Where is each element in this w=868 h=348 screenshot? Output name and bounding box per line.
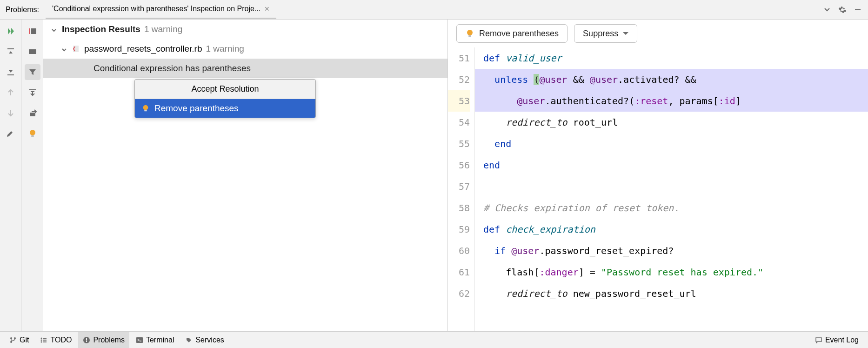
tree-root[interactable]: Inspection Results 1 warning: [43, 20, 447, 39]
close-icon[interactable]: ✕: [264, 5, 270, 13]
terminal-tool-button[interactable]: Terminal: [131, 332, 179, 348]
rerun-button[interactable]: [3, 23, 19, 39]
code-line[interactable]: unless (@user && @user.activated? &&: [475, 69, 868, 90]
next-occurrence-button[interactable]: [3, 105, 19, 121]
group-by-button[interactable]: [25, 23, 40, 39]
branch-icon: [9, 336, 17, 344]
svg-point-13: [467, 30, 473, 35]
chat-icon: [815, 336, 822, 344]
bulb-icon: [465, 29, 474, 38]
file-name: password_resets_controller.rb: [84, 44, 202, 54]
gutter-line: 51: [448, 47, 470, 69]
svg-rect-9: [31, 135, 34, 137]
svg-rect-6: [29, 89, 36, 90]
svg-rect-22: [43, 340, 47, 341]
toolstrip-right: [21, 20, 43, 331]
collapse-all-button[interactable]: [3, 64, 19, 80]
chevron-down-icon: [623, 32, 628, 35]
filter-button[interactable]: [25, 64, 40, 80]
tab-title: 'Conditional expression with parentheses…: [52, 5, 260, 13]
svg-rect-3: [29, 28, 30, 34]
code-line[interactable]: def check_expiration: [475, 219, 868, 240]
svg-rect-12: [144, 110, 147, 112]
problems-tab[interactable]: 'Conditional expression with parentheses…: [46, 0, 276, 19]
svg-rect-14: [468, 35, 471, 37]
code-line[interactable]: [475, 176, 868, 197]
problems-label: Problems: [93, 336, 125, 344]
fix-button[interactable]: Remove parentheses: [456, 24, 568, 43]
toolstrip-left: [0, 20, 21, 331]
code-column[interactable]: def valid_user unless (@user && @user.ac…: [475, 47, 868, 331]
tree-issue[interactable]: Conditional expression has parentheses: [43, 59, 447, 78]
quickfix-popup: Accept Resolution Remove parentheses: [134, 79, 316, 118]
suppress-button[interactable]: Suppress: [574, 24, 637, 43]
svg-rect-26: [86, 341, 87, 342]
todo-tool-button[interactable]: TODO: [35, 332, 76, 348]
popup-item-remove-parentheses[interactable]: Remove parentheses: [135, 99, 315, 118]
chevron-down-icon[interactable]: [61, 45, 68, 53]
services-tool-button[interactable]: Services: [180, 332, 228, 348]
gutter-line: 62: [448, 283, 470, 304]
svg-point-11: [143, 105, 148, 110]
gutter-line: 60: [448, 240, 470, 261]
code-line[interactable]: # Checks expiration of reset token.: [475, 197, 868, 219]
chevron-down-icon[interactable]: [51, 26, 58, 33]
terminal-icon: [136, 336, 143, 344]
svg-rect-23: [43, 341, 47, 342]
view-mode-button[interactable]: [25, 44, 40, 60]
svg-point-8: [30, 130, 35, 135]
settings-button[interactable]: [3, 126, 19, 141]
svg-rect-2: [7, 74, 14, 75]
tree-file[interactable]: password_resets_controller.rb 1 warning: [43, 39, 447, 59]
code-line[interactable]: end: [475, 154, 868, 176]
gutter-line: 57: [448, 176, 470, 197]
gutter-line: 59: [448, 219, 470, 240]
gutter-line: 53: [448, 90, 470, 112]
code-line[interactable]: @user.authenticated?(:reset, params[:id]: [475, 90, 868, 112]
svg-point-17: [14, 337, 16, 339]
minimize-icon[interactable]: [854, 6, 861, 13]
code-editor[interactable]: 515253545556575859606162 def valid_user …: [448, 47, 868, 331]
root-count: 1 warning: [144, 24, 182, 34]
root-title: Inspection Results: [62, 24, 140, 34]
popup-item-label: Remove parentheses: [154, 103, 239, 114]
preview-pane: Remove parentheses Suppress 515253545556…: [448, 20, 868, 331]
code-line[interactable]: if @user.password_reset_expired?: [475, 240, 868, 261]
prev-occurrence-button[interactable]: [3, 85, 19, 100]
svg-rect-21: [43, 338, 47, 339]
chevron-down-icon[interactable]: [823, 6, 831, 13]
intention-bulb-button[interactable]: [25, 126, 40, 141]
fix-label: Remove parentheses: [479, 29, 559, 39]
autoscroll-button[interactable]: [25, 85, 40, 100]
content-area: Inspection Results 1 warning password_re…: [0, 20, 868, 331]
svg-rect-4: [31, 28, 36, 34]
gutter: 515253545556575859606162: [448, 47, 475, 331]
gear-icon[interactable]: [838, 6, 847, 14]
warning-icon: [83, 336, 90, 344]
code-line[interactable]: flash[:danger] = "Password reset has exp…: [475, 261, 868, 283]
export-button[interactable]: [25, 105, 40, 121]
event-log-button[interactable]: Event Log: [810, 332, 863, 348]
expand-all-button[interactable]: [3, 44, 19, 60]
side-toolbars: [0, 20, 43, 331]
svg-rect-0: [855, 9, 861, 10]
file-count: 1 warning: [206, 44, 244, 54]
svg-point-18: [41, 337, 42, 339]
code-line[interactable]: def valid_user: [475, 47, 868, 69]
gutter-line: 61: [448, 261, 470, 283]
svg-point-20: [41, 341, 42, 342]
gutter-line: 56: [448, 154, 470, 176]
code-line[interactable]: redirect_to new_password_reset_url: [475, 283, 868, 304]
git-tool-button[interactable]: Git: [5, 332, 33, 348]
code-line[interactable]: end: [475, 133, 868, 154]
gutter-line: 52: [448, 69, 470, 90]
gutter-line: 54: [448, 112, 470, 133]
svg-rect-1: [7, 48, 14, 49]
popup-title: Accept Resolution: [135, 80, 315, 99]
problems-tool-button[interactable]: Problems: [78, 332, 129, 348]
suppress-label: Suppress: [583, 29, 618, 39]
svg-rect-5: [29, 49, 36, 54]
bulb-icon: [141, 104, 150, 113]
svg-point-19: [41, 339, 42, 341]
code-line[interactable]: redirect_to root_url: [475, 112, 868, 133]
